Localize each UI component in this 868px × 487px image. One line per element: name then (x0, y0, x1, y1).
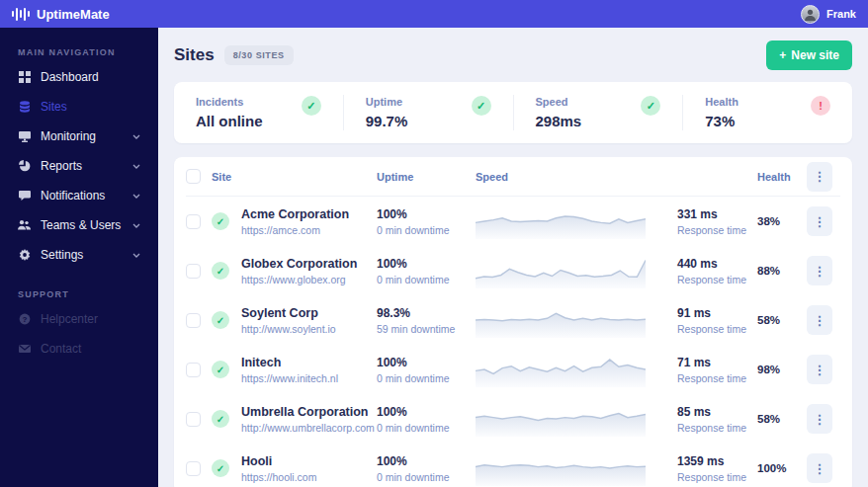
table-row[interactable]: ✓ Soylent Corp http://www.soylent.io 98.… (186, 295, 840, 345)
sites-count-badge: 8/30 SITES (224, 45, 294, 65)
response-time-label: Response time (677, 274, 757, 285)
dots-icon: ⋮ (814, 264, 826, 279)
table-menu-button[interactable]: ⋮ (807, 162, 832, 192)
response-time-value: 331 ms (677, 207, 757, 221)
health-value: 58% (757, 314, 807, 326)
sidebar-item-monitoring[interactable]: Monitoring (0, 122, 158, 151)
new-site-button[interactable]: + New site (766, 41, 852, 70)
row-menu-button[interactable]: ⋮ (807, 256, 832, 285)
sidebar-item-teams-users[interactable]: Teams & Users (0, 210, 158, 240)
site-name: Initech (241, 356, 377, 369)
table-row[interactable]: ✓ Initech https://www.initech.nl 100% 0 … (186, 345, 840, 394)
table-row[interactable]: ✓ Umbrella Corporation http://www.umbrel… (186, 394, 840, 444)
alert-circle-icon: ! (811, 96, 830, 116)
uptime-value: 100% (377, 356, 476, 369)
response-time-label: Response time (677, 224, 757, 236)
site-name: Globex Corporation (241, 257, 377, 271)
help-icon: ? (18, 313, 31, 325)
sidebar-item-helpcenter[interactable]: ? Helpcenter (0, 304, 158, 334)
site-name: Acme Corporation (241, 207, 377, 221)
status-ok-icon: ✓ (212, 262, 229, 280)
health-value: 98% (757, 364, 807, 375)
sidebar-section-support: SUPPORT (0, 284, 158, 304)
sites-icon (18, 101, 31, 113)
stat-health: Health 73% ! (683, 95, 852, 130)
site-url: http://www.soylent.io (241, 323, 377, 335)
row-checkbox[interactable] (186, 412, 201, 427)
uptime-value: 100% (377, 405, 476, 419)
chevron-down-icon (132, 134, 140, 139)
response-time-value: 71 ms (677, 356, 757, 369)
table-row[interactable]: ✓ Acme Corporation https://amce.com 100%… (186, 197, 840, 246)
teams-icon (18, 219, 31, 231)
downtime-value: 0 min downtime (377, 372, 476, 384)
downtime-value: 59 min downtime (377, 323, 476, 335)
row-menu-button[interactable]: ⋮ (807, 355, 832, 384)
dots-icon: ⋮ (814, 412, 826, 427)
column-header-health: Health (757, 171, 807, 183)
row-checkbox[interactable] (186, 363, 201, 377)
sites-table: Site Uptime Speed Health ⋮ ✓ Acme Corpor… (174, 157, 852, 487)
settings-icon (18, 249, 31, 261)
dashboard-icon (18, 71, 31, 83)
avatar (801, 5, 820, 24)
main-content: Sites 8/30 SITES + New site Incidents Al… (158, 28, 868, 487)
row-menu-button[interactable]: ⋮ (807, 206, 832, 236)
table-header-row: Site Uptime Speed Health ⋮ (186, 157, 840, 197)
health-value: 38% (757, 215, 807, 227)
reports-icon (18, 160, 31, 172)
soundwave-logo-icon (12, 7, 30, 21)
row-checkbox[interactable] (186, 313, 201, 328)
column-header-site: Site (212, 171, 377, 183)
row-checkbox[interactable] (186, 214, 201, 229)
table-body: ✓ Acme Corporation https://amce.com 100%… (186, 197, 840, 487)
response-time-sparkline (476, 253, 646, 288)
uptime-value: 100% (377, 207, 476, 221)
sidebar-section-main: MAIN NAVIGATION (0, 41, 158, 62)
row-checkbox[interactable] (186, 461, 201, 476)
site-url: http://www.umbrellacorp.com (241, 422, 377, 434)
site-url: https://www.globex.org (241, 274, 377, 285)
plus-icon: + (779, 48, 786, 62)
response-time-label: Response time (677, 323, 757, 335)
dots-icon: ⋮ (814, 214, 826, 229)
sidebar-item-sites[interactable]: Sites (0, 92, 158, 122)
row-checkbox[interactable] (186, 264, 201, 279)
main-navigation: Dashboard Sites Monitoring Reports Notif… (0, 62, 158, 270)
table-row[interactable]: ✓ Globex Corporation https://www.globex.… (186, 246, 840, 295)
user-menu[interactable]: Frank (801, 5, 856, 24)
response-time-label: Response time (677, 372, 757, 384)
support-navigation: ? Helpcenter Contact (0, 304, 158, 364)
sidebar: MAIN NAVIGATION Dashboard Sites Monitori… (0, 28, 158, 487)
sidebar-item-settings[interactable]: Settings (0, 240, 158, 270)
uptime-value: 100% (377, 257, 476, 271)
stat-speed: Speed 298ms ✓ (514, 95, 684, 130)
downtime-value: 0 min downtime (377, 422, 476, 434)
dots-icon: ⋮ (814, 313, 826, 328)
sidebar-item-dashboard[interactable]: Dashboard (0, 62, 158, 92)
check-circle-icon: ✓ (302, 96, 321, 116)
response-time-value: 91 ms (677, 306, 757, 320)
health-value: 88% (757, 265, 807, 277)
check-circle-icon: ✓ (641, 96, 660, 116)
row-menu-button[interactable]: ⋮ (807, 404, 832, 434)
select-all-checkbox[interactable] (186, 169, 201, 184)
site-name: Umbrella Corporation (241, 405, 377, 419)
row-menu-button[interactable]: ⋮ (807, 305, 832, 335)
dots-icon: ⋮ (814, 169, 826, 184)
dots-icon: ⋮ (814, 461, 826, 476)
row-menu-button[interactable]: ⋮ (807, 453, 832, 483)
response-time-sparkline (476, 450, 646, 486)
status-ok-icon: ✓ (212, 459, 229, 477)
sidebar-item-notifications[interactable]: Notifications (0, 181, 158, 210)
user-name: Frank (826, 8, 856, 20)
sidebar-item-contact[interactable]: Contact (0, 334, 158, 364)
site-name: Soylent Corp (241, 306, 377, 320)
sidebar-item-reports[interactable]: Reports (0, 151, 158, 181)
health-value: 58% (757, 413, 807, 425)
response-time-sparkline (476, 352, 646, 387)
chevron-down-icon (132, 253, 140, 258)
table-row[interactable]: ✓ Hooli https://hooli.com 100% 0 min dow… (186, 444, 840, 487)
site-url: https://hooli.com (241, 471, 377, 483)
stats-summary-card: Incidents All online ✓ Uptime 99.7% ✓ Sp… (174, 82, 852, 143)
